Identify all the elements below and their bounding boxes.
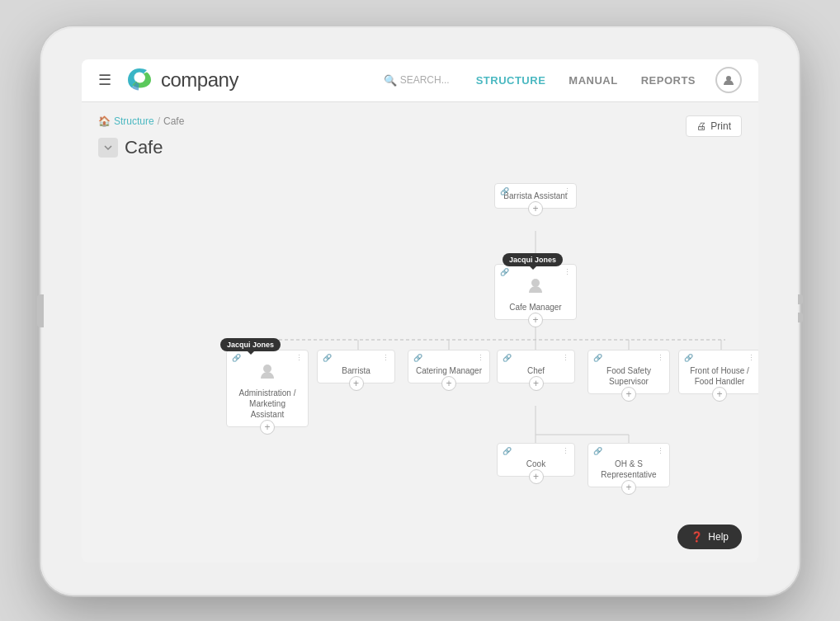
node-cook[interactable]: 🔗 ⋮ Cook + (497, 443, 575, 477)
screen: ☰ company 🔍 SEARCH... STRUCTURE MANUAL R… (82, 59, 758, 562)
search-area[interactable]: 🔍 SEARCH... (384, 74, 450, 87)
node-label-ohs: OH & S Representative (595, 459, 663, 480)
print-button[interactable]: 🖨 Print (686, 115, 742, 137)
badge-name: Jacqui Jones (509, 256, 556, 264)
more-icon[interactable]: ⋮ (748, 354, 755, 362)
node-label-barrista: Barrista (324, 365, 388, 376)
more-icon[interactable]: ⋮ (564, 187, 571, 195)
add-child-admin[interactable]: + (260, 420, 275, 435)
tablet-shell: ☰ company 🔍 SEARCH... STRUCTURE MANUAL R… (40, 26, 800, 595)
print-icon: 🖨 (696, 120, 706, 132)
company-name: company (161, 68, 238, 92)
add-child-catering[interactable]: + (441, 376, 456, 391)
nav-reports[interactable]: REPORTS (631, 69, 706, 92)
node-label-cafe-manager: Cafe Manager (509, 303, 561, 312)
person-icon (234, 362, 301, 384)
more-icon[interactable]: ⋮ (295, 354, 303, 362)
help-label: Help (708, 531, 729, 543)
node-label-barrista-assistant: Barrista Assistant (503, 191, 567, 200)
logo-area: company (125, 65, 238, 95)
page-title-row: Cafe (98, 137, 742, 158)
add-child-front-of-house[interactable]: + (712, 387, 727, 402)
link-icon: 🔗 (503, 447, 512, 455)
more-icon[interactable]: ⋮ (562, 447, 569, 455)
person-icon (502, 276, 569, 299)
add-child-cook[interactable]: + (529, 469, 544, 484)
add-child-cafe-manager[interactable]: + (528, 313, 543, 327)
search-icon: 🔍 (384, 74, 397, 87)
badge-cafe-manager: Jacqui Jones (503, 253, 563, 266)
badge-name-admin: Jacqui Jones (227, 341, 274, 349)
badge-admin-marketing: Jacqui Jones (220, 338, 281, 351)
svg-point-14 (531, 279, 540, 287)
node-catering-manager[interactable]: 🔗 ⋮ Catering Manager + (408, 350, 490, 383)
link-icon: 🔗 (500, 268, 509, 276)
add-child-barrista[interactable]: + (349, 376, 364, 391)
more-icon[interactable]: ⋮ (657, 354, 664, 362)
page-title: Cafe (125, 137, 163, 158)
print-label: Print (710, 120, 731, 132)
user-icon (722, 73, 735, 87)
node-food-safety[interactable]: 🔗 ⋮ Food Safety Supervisor + (588, 350, 670, 394)
breadcrumb-current: Cafe (163, 115, 184, 127)
nav-structure[interactable]: STRUCTURE (466, 69, 556, 92)
link-icon: 🔗 (323, 354, 332, 362)
node-label-chef: Chef (504, 365, 568, 376)
node-label-front-of-house: Front of House / Food Handler (686, 365, 753, 387)
add-child-ohs[interactable]: + (621, 480, 636, 495)
chevron-down-icon (103, 143, 113, 153)
breadcrumb-home-label[interactable]: Structure (114, 115, 154, 127)
org-chart: 🔗 ⋮ Barrista Assistant + Jacqui Jones 🔗 … (98, 175, 742, 521)
more-icon[interactable]: ⋮ (657, 447, 664, 455)
node-admin-marketing[interactable]: 🔗 ⋮ Administration / Marketing Assistant… (226, 350, 309, 427)
breadcrumb-separator: / (158, 115, 160, 127)
header-nav: 🔍 SEARCH... STRUCTURE MANUAL REPORTS (384, 67, 742, 93)
svg-point-15 (263, 365, 271, 373)
tablet-button-left[interactable] (37, 294, 44, 327)
node-chef[interactable]: 🔗 ⋮ Chef + (497, 350, 575, 383)
tablet-buttons-right (798, 294, 803, 322)
header: ☰ company 🔍 SEARCH... STRUCTURE MANUAL R… (82, 59, 758, 102)
link-icon: 🔗 (232, 354, 241, 362)
node-ohs[interactable]: 🔗 ⋮ OH & S Representative + (588, 443, 670, 487)
more-icon[interactable]: ⋮ (562, 354, 569, 362)
node-label-food-safety: Food Safety Supervisor (595, 365, 663, 387)
link-icon: 🔗 (593, 447, 602, 455)
node-barrista[interactable]: 🔗 ⋮ Barrista + (317, 350, 395, 383)
user-icon-button[interactable] (715, 67, 742, 93)
tablet-button-right-2 (798, 313, 803, 322)
node-barrista-assistant[interactable]: 🔗 ⋮ Barrista Assistant + (494, 183, 577, 209)
content-area: 🏠 Structure / Cafe 🖨 Print Cafe (82, 102, 758, 562)
page-title-toggle-icon[interactable] (98, 138, 118, 158)
link-icon: 🔗 (503, 354, 512, 362)
add-child-barrista-assistant[interactable]: + (528, 201, 543, 216)
help-button[interactable]: ❓ Help (677, 525, 742, 549)
help-icon: ❓ (691, 531, 703, 543)
more-icon[interactable]: ⋮ (477, 354, 484, 362)
menu-icon[interactable]: ☰ (98, 71, 111, 89)
node-label-cook: Cook (504, 459, 568, 469)
tablet-button-right-1 (798, 294, 803, 304)
more-icon[interactable]: ⋮ (564, 268, 571, 276)
link-icon: 🔗 (413, 354, 422, 362)
node-label-catering-manager: Catering Manager (415, 365, 483, 376)
add-child-food-safety[interactable]: + (621, 387, 636, 402)
link-icon: 🔗 (593, 354, 602, 362)
nav-manual[interactable]: MANUAL (559, 69, 627, 92)
more-icon[interactable]: ⋮ (382, 354, 389, 362)
node-label-admin: Administration / Marketing Assistant (239, 388, 296, 419)
company-logo-icon (125, 65, 154, 95)
node-front-of-house[interactable]: 🔗 ⋮ Front of House / Food Handler + (678, 350, 758, 394)
add-child-chef[interactable]: + (529, 376, 544, 391)
link-icon: 🔗 (684, 354, 693, 362)
node-cafe-manager[interactable]: 🔗 ⋮ Cafe Manager + (494, 264, 577, 320)
link-icon: 🔗 (500, 187, 509, 195)
breadcrumb-home-icon: 🏠 (98, 115, 111, 127)
breadcrumb: 🏠 Structure / Cafe (98, 115, 742, 127)
search-placeholder: SEARCH... (400, 74, 450, 86)
